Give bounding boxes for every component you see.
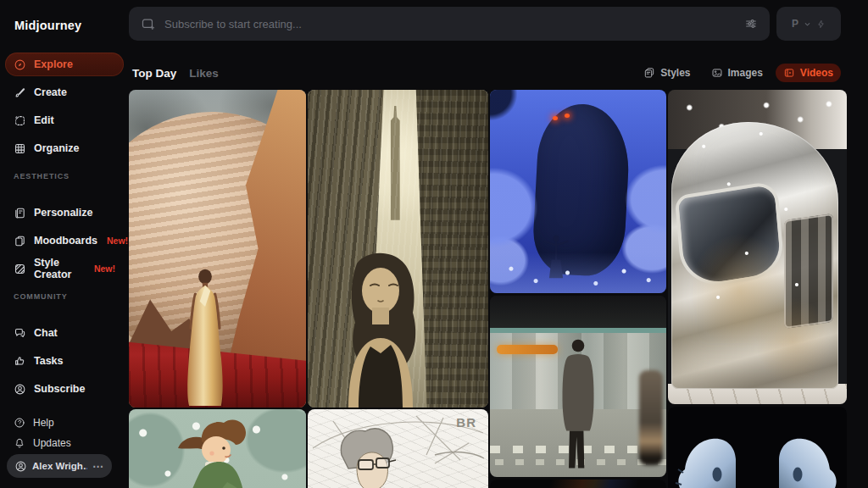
filter-label: Styles: [660, 67, 690, 79]
ellipsis-icon[interactable]: ⋯: [92, 460, 104, 473]
sidebar-item-label: Style Creator: [34, 257, 85, 280]
sidebar-item-label: Chat: [34, 327, 58, 339]
gallery-tile-planet-woman[interactable]: [129, 90, 306, 408]
sidebar-item-organize[interactable]: Organize: [5, 136, 124, 160]
tile-art-orange-streak: [497, 345, 558, 354]
tile-art-woman: [178, 266, 232, 408]
person-icon: [14, 383, 26, 396]
tile-art-girl: [129, 409, 306, 488]
tile-art-woman-bust: [325, 213, 435, 408]
sidebar-item-label: Create: [34, 86, 67, 98]
top-bar: P: [129, 7, 841, 41]
sidebar-item-label: Help: [33, 417, 54, 429]
prompt-input[interactable]: [164, 18, 735, 30]
videos-icon: [783, 67, 795, 79]
gallery-tile-sketch-driver[interactable]: BR: [308, 409, 488, 488]
tile-art-ceiling: [490, 296, 666, 328]
tab-top-day[interactable]: Top Day: [132, 67, 176, 80]
help-icon: [14, 417, 25, 429]
brush-icon: [14, 86, 26, 99]
images-icon: [711, 67, 723, 79]
gallery-tile-cartoon-girl[interactable]: [129, 409, 306, 488]
primary-nav: Explore Create Edit Organize: [0, 53, 129, 160]
filter-label: Images: [728, 67, 763, 79]
moodboards-icon: [14, 235, 26, 247]
tile-art-walking-figure: [639, 370, 663, 465]
sliders-icon[interactable]: [744, 17, 758, 30]
bell-icon: [14, 437, 25, 449]
eraser-icon: [14, 114, 26, 127]
sketch-overlay-text: BR: [456, 416, 476, 429]
style-creator-icon: [14, 263, 26, 275]
new-badge: New!: [107, 236, 128, 246]
sidebar-item-create[interactable]: Create: [5, 80, 124, 104]
filter-videos[interactable]: Videos: [776, 64, 841, 82]
image-add-icon: [141, 17, 155, 31]
sidebar-item-label: Moodboards: [34, 235, 97, 247]
sidebar-item-label: Organize: [34, 142, 80, 154]
gallery-tile-blue-giant[interactable]: [490, 90, 666, 293]
gallery-tile-train-platform[interactable]: [490, 296, 666, 477]
gallery-tile-dark-streak[interactable]: [490, 480, 666, 488]
thumbs-up-icon: [14, 355, 26, 368]
feed-tabs: Top Day Likes: [132, 67, 219, 80]
chat-icon: [14, 327, 26, 340]
main-area: P Top Day Likes Styles Images Videos: [129, 7, 868, 488]
gallery-grid: BR: [129, 90, 848, 488]
sidebar-item-personalize[interactable]: Personalize: [5, 201, 124, 225]
tile-art-sparkles: [668, 90, 847, 404]
sidebar-item-label: Explore: [34, 58, 73, 70]
mode-label: P: [792, 18, 798, 30]
sidebar-item-help[interactable]: Help: [5, 413, 124, 433]
sidebar-item-label: Edit: [34, 114, 54, 126]
filter-styles[interactable]: Styles: [636, 64, 698, 82]
compass-icon: [14, 58, 26, 71]
app-logo: Midjourney: [14, 19, 129, 32]
sidebar-item-updates[interactable]: Updates: [5, 433, 124, 453]
personalize-icon: [14, 207, 26, 219]
filter-images[interactable]: Images: [704, 64, 771, 82]
sidebar-item-label: Tasks: [34, 355, 64, 367]
sidebar-item-label: Subscribe: [34, 383, 85, 395]
sidebar-item-explore[interactable]: Explore: [5, 53, 124, 76]
sidebar-item-chat[interactable]: Chat: [5, 321, 124, 345]
gallery-tile-sepia-street[interactable]: [308, 90, 488, 408]
sidebar-item-style-creator[interactable]: Style Creator New!: [5, 257, 124, 280]
avatar-icon: [14, 460, 27, 473]
sidebar-item-label: Updates: [33, 437, 71, 449]
sidebar-item-subscribe[interactable]: Subscribe: [5, 377, 124, 401]
section-title-community: COMMUNITY: [14, 292, 129, 301]
user-menu[interactable]: Alex Wrigh… ⋯: [7, 454, 112, 478]
tile-art-dark: [490, 480, 666, 488]
gallery-tile-chrome-heads[interactable]: [668, 407, 847, 488]
sidebar-item-label: Personalize: [34, 207, 92, 219]
sidebar-item-edit[interactable]: Edit: [5, 108, 124, 132]
new-badge: New!: [94, 263, 115, 274]
tile-art-heads: [668, 407, 847, 488]
grid-icon: [14, 142, 26, 155]
sidebar: Midjourney Explore Create Edit Organize …: [0, 0, 129, 488]
styles-icon: [643, 67, 655, 79]
prompt-bar[interactable]: [129, 7, 770, 41]
media-filters: Styles Images Videos: [636, 64, 841, 82]
chevron-down-icon: [803, 19, 812, 29]
user-name: Alex Wrigh…: [32, 461, 87, 471]
tab-likes[interactable]: Likes: [189, 67, 219, 80]
sidebar-item-tasks[interactable]: Tasks: [5, 349, 124, 373]
filter-label: Videos: [800, 67, 833, 79]
section-title-aesthetics: AESTHETICS: [14, 172, 129, 180]
aesthetics-nav: Personalize Moodboards New! Style Creato…: [0, 201, 129, 280]
speed-mode-button[interactable]: P: [776, 7, 841, 41]
gallery-tile-chrome-bus[interactable]: [668, 90, 847, 404]
lightning-icon: [816, 19, 826, 29]
content-header: Top Day Likes Styles Images Videos: [132, 64, 841, 82]
sidebar-item-moodboards[interactable]: Moodboards New!: [5, 229, 124, 252]
tile-art-standing-man: [551, 331, 605, 477]
tile-art-foreground: [490, 252, 666, 293]
community-nav: Chat Tasks Subscribe: [0, 321, 129, 401]
